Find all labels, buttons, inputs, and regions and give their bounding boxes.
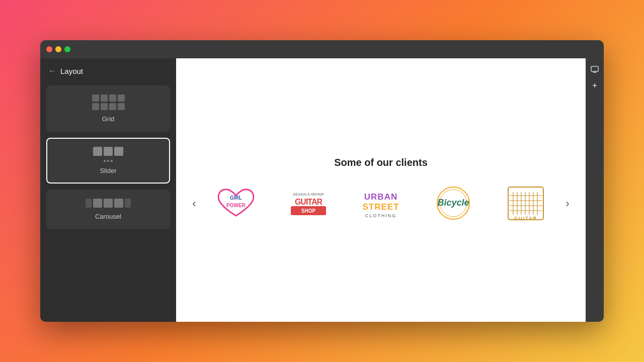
slider-label: Slider: [100, 167, 116, 174]
carousel-icon: [86, 199, 131, 208]
main-content: Some of our clients ‹ GIRL POWER: [176, 58, 586, 322]
slider-icon-row: · ·: [90, 147, 126, 156]
slider-cells: [93, 147, 123, 156]
indicator-dot: [107, 160, 109, 162]
slider-prev-dot: ·: [90, 149, 92, 154]
grid-cell: [109, 103, 116, 110]
maximize-button[interactable]: [64, 46, 70, 52]
carousel-cell-medium: [93, 199, 102, 208]
svg-text:DESIGN & REPAIR: DESIGN & REPAIR: [293, 193, 324, 196]
app-window: ← Layout Grid: [40, 40, 604, 322]
carousel-label: Carousel: [95, 213, 121, 220]
grid-cell: [118, 103, 125, 110]
carousel-cell-small: [125, 199, 131, 208]
indicator-dot: [104, 160, 106, 162]
svg-text:GUITAR: GUITAR: [295, 198, 323, 206]
carousel-cell-small: [86, 199, 92, 208]
close-button[interactable]: [46, 46, 52, 52]
svg-text:GIRL: GIRL: [230, 195, 242, 201]
logo-girl-power: GIRL POWER: [206, 184, 266, 224]
grid-icon: [92, 95, 125, 110]
sidebar: ← Layout Grid: [40, 58, 176, 322]
window-body: ← Layout Grid: [40, 58, 604, 322]
svg-text:CLOTHING: CLOTHING: [365, 213, 397, 218]
carousel-next-button[interactable]: ›: [559, 196, 576, 212]
svg-text:URBAN: URBAN: [364, 192, 397, 202]
svg-text:Bicycle: Bicycle: [437, 198, 469, 208]
carousel-prev-button[interactable]: ‹: [186, 196, 202, 212]
logo-bicycle: Bicycle: [423, 184, 484, 224]
grid-cell: [101, 95, 108, 102]
slider-indicators: [104, 160, 113, 162]
grid-cell: [109, 95, 116, 102]
carousel-cell-medium: [104, 199, 113, 208]
back-button[interactable]: ←: [48, 66, 56, 75]
svg-text:POWER: POWER: [226, 203, 246, 208]
slider-cell: [104, 147, 113, 156]
slider-cell: [114, 147, 123, 156]
svg-text:STREET: STREET: [362, 202, 399, 212]
grid-cell: [101, 103, 108, 110]
indicator-dot: [111, 160, 113, 162]
titlebar: [40, 40, 604, 58]
svg-text:SHOP: SHOP: [301, 208, 316, 214]
slider-cell: [93, 147, 102, 156]
layout-card-grid[interactable]: Grid: [46, 85, 170, 132]
svg-text:GUITAR: GUITAR: [514, 216, 537, 221]
carousel-items: GIRL POWER DESIGN & REPAIR GUITAR SHOP: [202, 184, 559, 224]
minimize-button[interactable]: [55, 46, 61, 52]
carousel-area: ‹ GIRL POWER DESIGN & R: [176, 184, 586, 224]
slider-next-dot: ·: [125, 149, 126, 154]
grid-cell: [118, 95, 125, 102]
sidebar-title: Layout: [60, 67, 83, 75]
layout-card-carousel[interactable]: Carousel: [46, 190, 170, 229]
layout-card-slider[interactable]: · · Slider: [46, 138, 170, 184]
sidebar-header: ← Layout: [46, 66, 170, 79]
clients-title: Some of our clients: [334, 157, 428, 168]
carousel-cell-medium: [114, 199, 123, 208]
grid-cell: [92, 103, 99, 110]
logo-guitar-2: GUITAR: [496, 184, 556, 224]
right-toolbar: [586, 58, 604, 322]
logo-guitar-shop: DESIGN & REPAIR GUITAR SHOP: [278, 184, 339, 224]
slider-icon: · ·: [90, 147, 126, 162]
grid-cell: [92, 95, 99, 102]
desktop-icon[interactable]: [588, 62, 602, 76]
logo-urban-street: URBAN STREET CLOTHING: [351, 184, 411, 224]
svg-rect-25: [591, 66, 598, 71]
grid-label: Grid: [102, 115, 115, 123]
traffic-lights: [46, 46, 70, 52]
sparkle-icon[interactable]: [588, 78, 602, 93]
